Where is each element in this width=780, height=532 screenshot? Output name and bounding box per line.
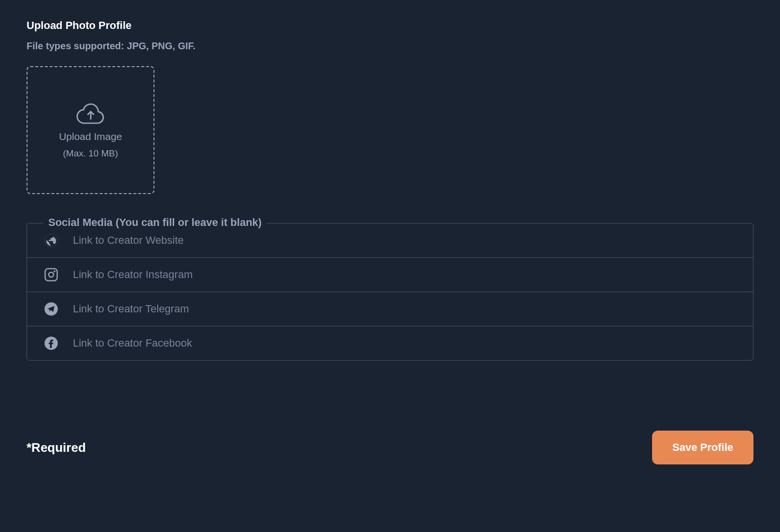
- svg-point-2: [49, 272, 54, 277]
- globe-icon: [44, 233, 58, 248]
- facebook-input-row: [27, 326, 753, 360]
- instagram-icon: [44, 267, 58, 282]
- required-label: *Required: [27, 440, 86, 455]
- social-media-fieldset: [27, 223, 753, 361]
- social-media-legend: Social Media (You can fill or leave it b…: [43, 216, 266, 229]
- instagram-input[interactable]: [73, 268, 736, 281]
- upload-image-box[interactable]: Upload Image (Max. 10 MB): [27, 66, 154, 194]
- facebook-input[interactable]: [73, 337, 736, 350]
- upload-max-size: (Max. 10 MB): [63, 148, 118, 159]
- upload-label: Upload Image: [59, 131, 122, 142]
- svg-point-3: [54, 270, 56, 272]
- telegram-input-row: [27, 292, 753, 326]
- save-profile-button[interactable]: Save Profile: [652, 431, 753, 464]
- file-types-label: File types supported: JPG, PNG, GIF.: [27, 41, 753, 52]
- telegram-input[interactable]: [73, 303, 736, 315]
- facebook-icon: [44, 336, 58, 350]
- upload-title: Upload Photo Profile: [27, 19, 753, 32]
- instagram-input-row: [27, 258, 753, 292]
- website-input[interactable]: [73, 234, 736, 247]
- telegram-icon: [44, 302, 58, 316]
- cloud-upload-icon: [76, 102, 106, 125]
- svg-rect-1: [45, 269, 57, 281]
